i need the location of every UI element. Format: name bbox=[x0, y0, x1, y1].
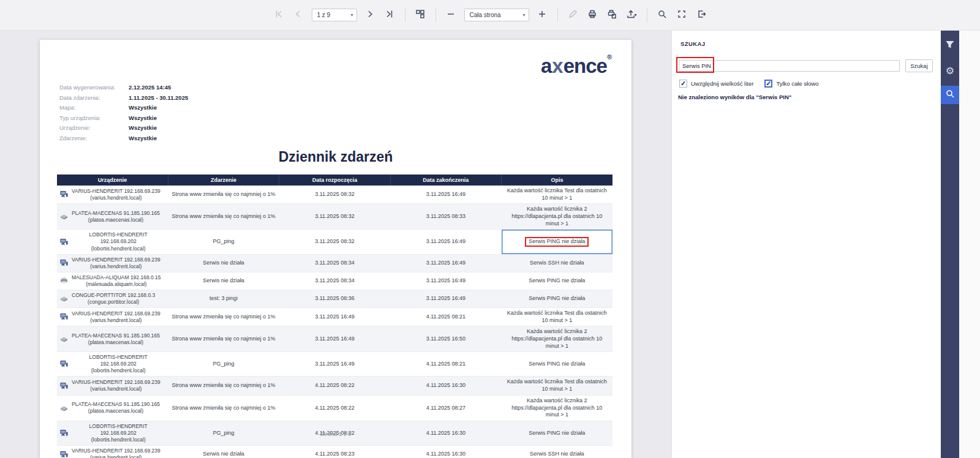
search-submit-button[interactable]: Szukaj bbox=[905, 59, 933, 72]
table-row[interactable]: LOBORTIS-HENDRERIT 192.168.69.202 (lobor… bbox=[57, 230, 612, 254]
minus-icon bbox=[446, 9, 456, 21]
start-date-cell: 4.11.2025 08:23 bbox=[279, 446, 390, 458]
page-selector-dropdown[interactable]: 1 z 9 ▾ bbox=[312, 9, 357, 21]
table-row[interactable]: VARIUS-HENDRERIT 192.168.69.239 (varius.… bbox=[57, 186, 612, 204]
thumbnails-grid-icon bbox=[415, 9, 425, 21]
no-results-message: Nie znaleziono wyników dla "Serwis PIN" bbox=[678, 94, 791, 100]
device-name: CONGUE-PORTTITOR 192.168.0.3 bbox=[72, 292, 155, 298]
table-row[interactable]: VARIUS-HENDRERIT 192.168.69.239 (varius.… bbox=[57, 307, 612, 326]
meta-value: Wszystkie bbox=[129, 123, 157, 133]
edit-report-button[interactable] bbox=[565, 7, 581, 23]
description-cell: Serwis PING nie działa bbox=[502, 290, 612, 307]
search-panel-title: SZUKAJ bbox=[680, 40, 705, 47]
thumbnails-button[interactable] bbox=[412, 7, 429, 23]
checkbox-whole-word[interactable] bbox=[764, 80, 772, 88]
device-dns: (congue.porttitor.local) bbox=[88, 299, 139, 305]
print-button[interactable] bbox=[584, 7, 601, 23]
fullscreen-button[interactable] bbox=[674, 7, 690, 23]
meta-value: Wszystkie bbox=[129, 103, 157, 113]
zoom-in-button[interactable] bbox=[534, 7, 551, 23]
search-panel-button[interactable] bbox=[941, 86, 959, 104]
device-name: PLATEA-MAECENAS 91.185.190.165 bbox=[72, 332, 160, 339]
table-row[interactable]: PLATEA-MAECENAS 91.185.190.165 (platea.m… bbox=[57, 326, 612, 352]
description-cell: Serwis PING nie działa bbox=[502, 352, 612, 377]
zoom-level-dropdown[interactable]: Cała strona ▾ bbox=[464, 9, 529, 21]
viewer-toolbar: 1 z 9 ▾ Cała strona ▾ ▾ bbox=[0, 0, 980, 31]
meta-value: 1.11.2025 - 30.11.2025 bbox=[129, 93, 188, 103]
description-cell: Każda wartość licznika 2 https://dlapacj… bbox=[502, 204, 612, 230]
description-cell: Serwis SSH nie działa bbox=[502, 446, 612, 458]
device-dns: (platea.maecenas.local) bbox=[88, 408, 143, 414]
table-row[interactable]: VARIUS-HENDRERIT 192.168.69.239 (varius.… bbox=[57, 254, 612, 272]
table-row[interactable]: VARIUS-HENDRERIT 192.168.69.239 (varius.… bbox=[57, 377, 612, 395]
previous-page-button[interactable] bbox=[290, 7, 307, 23]
description-cell: Każda wartość licznika Test dla ostatnic… bbox=[502, 307, 612, 326]
description-cell: Każda wartość licznika Test dla ostatnic… bbox=[502, 377, 612, 395]
meta-row: Typ urządzenia: Wszystkie bbox=[59, 113, 188, 124]
annotation-red-box-cell: Serwis PING nie działa bbox=[525, 237, 589, 247]
description-cell: Każda wartość licznika 2 https://dlapacj… bbox=[502, 395, 612, 421]
exit-preview-button[interactable] bbox=[693, 7, 710, 23]
end-date-cell: 3.11.2025 16:49 bbox=[390, 230, 501, 254]
settings-panel-button[interactable]: ⚙ bbox=[941, 61, 959, 80]
search-input[interactable] bbox=[679, 60, 900, 72]
search-options-row: Uwzględnij wielkość liter Tylko całe sło… bbox=[679, 80, 819, 88]
end-date-cell: 3.11.2025 08:33 bbox=[390, 204, 501, 230]
page-selector-value: 1 z 9 bbox=[317, 12, 331, 18]
computer-icon bbox=[60, 259, 69, 267]
quick-print-button[interactable] bbox=[604, 7, 620, 23]
filter-panel-button[interactable] bbox=[941, 37, 959, 55]
device-dns: (lobortis.hendrerit.local) bbox=[91, 437, 146, 443]
device-dns: (platea.maecenas.local) bbox=[88, 339, 143, 345]
event-cell: PG_ping bbox=[168, 352, 279, 377]
device-dns: (lobortis.hendrerit.local) bbox=[91, 246, 146, 252]
computer-icon bbox=[60, 238, 69, 246]
checkbox-case-label: Uwzględnij wielkość liter bbox=[691, 80, 753, 87]
table-row[interactable]: PLATEA-MAECENAS 91.185.190.165 (platea.m… bbox=[57, 395, 612, 421]
start-date-cell: 3.11.2025 08:34 bbox=[279, 254, 390, 272]
last-page-button[interactable] bbox=[382, 7, 398, 23]
chevron-down-icon: ▾ bbox=[634, 12, 636, 18]
event-cell: Strona www zmieniła się co najmniej o 1% bbox=[168, 186, 279, 204]
start-date-cell: 3.11.2025 08:32 bbox=[279, 204, 390, 230]
table-row[interactable]: VARIUS-HENDRERIT 192.168.69.239 (varius.… bbox=[57, 446, 612, 458]
printer-icon bbox=[587, 9, 597, 21]
checkbox-case[interactable] bbox=[679, 80, 687, 88]
printer-icon bbox=[60, 277, 69, 285]
printer-page-icon bbox=[607, 9, 617, 21]
toolbar-separator bbox=[435, 9, 436, 22]
table-row[interactable]: LOBORTIS-HENDRERIT 192.168.69.202 (lobor… bbox=[57, 352, 612, 377]
table-header-row: UrządzenieZdarzenieData rozpoczęciaData … bbox=[57, 175, 612, 186]
description-cell: Serwis PING nie działa bbox=[502, 230, 612, 254]
device-dns: (malesuada.aliquam.local) bbox=[86, 281, 146, 287]
network-device-icon bbox=[60, 212, 69, 220]
table-row[interactable]: CONGUE-PORTTITOR 192.168.0.3 (congue.por… bbox=[57, 290, 612, 307]
search-icon bbox=[945, 89, 955, 101]
search-button[interactable] bbox=[654, 7, 671, 23]
right-scroll-strip[interactable] bbox=[959, 31, 980, 458]
report-meta: Data wygenerowania: 2.12.2025 14:45 Data… bbox=[59, 83, 188, 143]
meta-label: Urządzenie: bbox=[59, 123, 129, 133]
event-cell: Strona www zmieniła się co najmniej o 1% bbox=[168, 377, 279, 395]
device-dns: (lobortis.hendrerit.local) bbox=[91, 367, 146, 374]
gear-icon: ⚙ bbox=[946, 65, 954, 77]
last-page-icon bbox=[385, 9, 394, 21]
table-row[interactable]: MALESUADA-ALIQUAM 192.168.0.15 (malesuad… bbox=[57, 272, 612, 290]
computer-icon bbox=[60, 451, 69, 458]
device-dns: (varius.hendrerit.local) bbox=[90, 386, 141, 392]
table-row[interactable]: PLATEA-MAECENAS 91.185.190.165 (platea.m… bbox=[57, 204, 612, 230]
events-table-body: VARIUS-HENDRERIT 192.168.69.239 (varius.… bbox=[57, 186, 612, 458]
checkbox-whole-word-label: Tylko całe słowo bbox=[776, 80, 818, 87]
exit-icon bbox=[696, 9, 706, 21]
zoom-out-button[interactable] bbox=[443, 7, 459, 23]
logo-text-ence: ence bbox=[564, 54, 607, 77]
next-page-button[interactable] bbox=[362, 7, 379, 23]
search-icon bbox=[657, 9, 667, 21]
device-name: PLATEA-MAECENAS 91.185.190.165 bbox=[72, 210, 160, 216]
start-date-cell: 4.11.2025 08:22 bbox=[279, 377, 390, 395]
first-page-button[interactable] bbox=[271, 7, 287, 23]
end-date-cell: 4.11.2025 16:30 bbox=[390, 377, 501, 395]
event-cell: Strona www zmieniła się co najmniej o 1% bbox=[168, 204, 279, 230]
side-rail: ⚙ bbox=[941, 31, 959, 458]
export-button[interactable]: ▾ bbox=[624, 7, 640, 23]
